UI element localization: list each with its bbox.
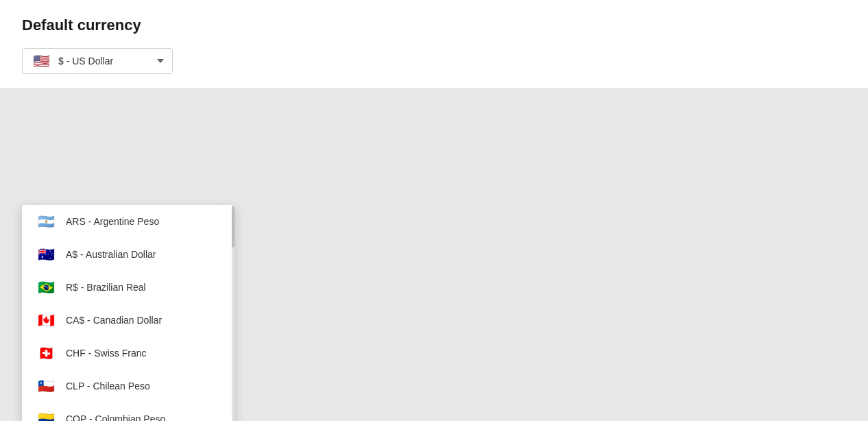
flag-cop: 🇨🇴 (36, 412, 56, 421)
dropdown-item-ars[interactable]: 🇦🇷ARS - Argentine Peso (22, 205, 234, 238)
dropdown-items-container: 🇦🇷ARS - Argentine Peso🇦🇺A$ - Australian … (22, 205, 234, 421)
selected-currency-label: $ - US Dollar (58, 56, 113, 67)
page-title: Default currency (22, 16, 846, 34)
currency-label-aud: A$ - Australian Dollar (66, 249, 156, 260)
dropdown-item-cop[interactable]: 🇨🇴COP - Colombian Peso (22, 402, 234, 421)
dropdown-item-aud[interactable]: 🇦🇺A$ - Australian Dollar (22, 238, 234, 271)
dropdown-trigger-left: 🇺🇸 $ - US Dollar (31, 54, 113, 68)
scrollbar-thumb (232, 206, 234, 248)
flag-chf: 🇨🇭 (36, 346, 56, 360)
selected-flag: 🇺🇸 (31, 54, 51, 68)
dropdown-item-brl[interactable]: 🇧🇷R$ - Brazilian Real (22, 271, 234, 304)
dropdown-item-cad[interactable]: 🇨🇦CA$ - Canadian Dollar (22, 304, 234, 337)
flag-ars: 🇦🇷 (36, 215, 56, 228)
currency-label-cop: COP - Colombian Peso (66, 413, 165, 421)
currency-label-chf: CHF - Swiss Franc (66, 348, 146, 359)
currency-dropdown-trigger[interactable]: 🇺🇸 $ - US Dollar (22, 48, 173, 74)
scrollbar-indicator (232, 205, 234, 421)
chevron-down-icon (157, 59, 164, 63)
currency-label-ars: ARS - Argentine Peso (66, 216, 159, 227)
dropdown-item-chf[interactable]: 🇨🇭CHF - Swiss Franc (22, 337, 234, 370)
page-wrapper: Default currency 🇺🇸 $ - US Dollar 🇦🇷ARS … (0, 0, 868, 421)
currency-dropdown-menu: 🇦🇷ARS - Argentine Peso🇦🇺A$ - Australian … (22, 205, 234, 421)
currency-label-clp: CLP - Chilean Peso (66, 381, 150, 392)
top-panel: Default currency 🇺🇸 $ - US Dollar (0, 0, 868, 88)
dropdown-item-clp[interactable]: 🇨🇱CLP - Chilean Peso (22, 370, 234, 402)
currency-label-brl: R$ - Brazilian Real (66, 282, 146, 293)
flag-brl: 🇧🇷 (36, 280, 56, 294)
flag-cad: 🇨🇦 (36, 313, 56, 327)
flag-aud: 🇦🇺 (36, 248, 56, 261)
currency-label-cad: CA$ - Canadian Dollar (66, 315, 162, 326)
flag-clp: 🇨🇱 (36, 379, 56, 393)
